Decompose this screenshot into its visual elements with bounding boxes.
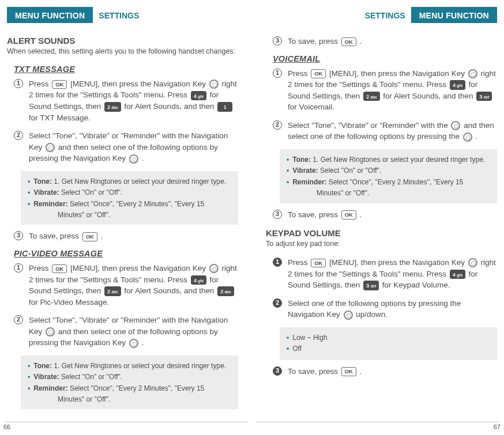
nav-key-icon	[463, 133, 472, 142]
txt: Low ~ High	[292, 333, 327, 343]
list-item: 3 To save, press OK .	[14, 230, 238, 242]
list-item-body: Press OK [MENU], then press the Navigati…	[29, 78, 238, 123]
list-item: 2 Select "Tone", "Vibrate" or "Reminder"…	[14, 315, 238, 349]
keypad-save: 3 To save, press OK .	[266, 366, 497, 377]
txt: for Alert Sounds, and then	[124, 286, 216, 295]
list-item: 1 Press OK [MENU], then press the Naviga…	[273, 257, 497, 291]
marker-1: 1	[273, 69, 282, 78]
page-number: 67	[494, 423, 501, 430]
txt: for Keypad Volume.	[382, 281, 450, 289]
list-item-body: To save, press OK .	[288, 36, 497, 47]
marker-solid-3: 3	[273, 366, 282, 376]
txt: Tone:	[33, 362, 52, 370]
footer-rule	[5, 422, 247, 422]
key-3-icon: 3def	[476, 92, 492, 101]
nav-key-icon	[129, 339, 138, 348]
key-4-icon: 4ghi	[450, 80, 465, 90]
key-3-icon: 3def	[363, 281, 379, 290]
key-1-icon: 1	[217, 102, 232, 112]
txt: Minutes" or "Off".	[58, 395, 232, 404]
ok-key-icon: OK	[311, 259, 326, 268]
txt: Select "Tone", "Vibrate" or "Reminder" w…	[288, 121, 450, 130]
txt: .	[360, 210, 362, 219]
txt-message-heading: TXT MESSAGE	[14, 65, 238, 74]
keypad-callout: •Low ~ High •Off	[280, 327, 497, 360]
txt: Select "On" or "Off".	[320, 167, 381, 175]
txt: up/down.	[356, 310, 388, 319]
ok-key-icon: OK	[82, 232, 97, 241]
list-item-body: To save, press OK .	[288, 366, 497, 377]
list-item: 2 Select "Tone", "Vibrate" or "Reminder"…	[273, 120, 497, 142]
txt: for Voicemail.	[288, 103, 334, 111]
page-left: MENU FUNCTION SETTINGS ALERT SOUNDS When…	[0, 0, 252, 435]
txt: 1. Get New Ringtones or select your desi…	[313, 156, 485, 164]
txt: Press	[288, 69, 310, 78]
list-item-body: Press OK [MENU], then press the Navigati…	[288, 68, 497, 113]
list-item: 3 To save, press OK .	[273, 209, 497, 221]
txt: Select "On" or "Off".	[61, 373, 122, 381]
list-item: 1 Press OK [MENU], then press the Naviga…	[273, 68, 497, 113]
txt: To save, press	[288, 367, 340, 376]
marker-3: 3	[14, 231, 23, 240]
list-item-body: Select "Tone", "Vibrate" or "Reminder" w…	[288, 120, 497, 142]
settings-label: SETTINGS	[93, 7, 145, 23]
txt: for Alert Sounds, and then	[383, 92, 475, 100]
menu-function-tab: MENU FUNCTION	[411, 7, 497, 23]
txt: [MENU], then press the Navigation Key	[70, 80, 208, 88]
txt: Select "Once", "Every 2 Minutes", "Every…	[70, 200, 204, 208]
list-item-body: To save, press OK .	[288, 209, 497, 221]
list-item: 3 To save, press OK .	[273, 366, 497, 377]
keypad-list: 1 Press OK [MENU], then press the Naviga…	[266, 257, 497, 320]
list-item-body: To save, press OK .	[29, 230, 238, 242]
txt: Minutes" or "Off".	[317, 188, 491, 198]
txt: [MENU], then press the Navigation Key	[70, 264, 208, 273]
txt: To save, press	[288, 210, 340, 219]
ok-key-icon: OK	[311, 69, 326, 78]
voicemail-save: 3 To save, press OK .	[266, 209, 497, 221]
txt: .	[360, 367, 362, 376]
settings-label: SETTINGS	[359, 7, 411, 23]
keypad-volume-desc: To adjust key pad tone:	[266, 239, 497, 249]
txt: for TXT Message.	[29, 114, 91, 122]
key-4-icon: 4ghi	[191, 91, 206, 101]
header-left: MENU FUNCTION SETTINGS	[7, 7, 238, 23]
txt: Reminder:	[33, 384, 67, 392]
nav-key-icon	[46, 327, 55, 336]
list-item: 2 Select "Tone", "Vibrate" or "Reminder"…	[14, 130, 238, 164]
txt: .	[101, 232, 103, 240]
list-item: 1 Press OK [MENU], then press the Naviga…	[14, 78, 238, 123]
key-4-icon: 4ghi	[450, 270, 465, 279]
list-item-body: Select "Tone", "Vibrate" or "Reminder" w…	[29, 315, 238, 349]
menu-function-tab: MENU FUNCTION	[7, 7, 93, 23]
nav-key-icon	[344, 311, 353, 320]
marker-3: 3	[273, 210, 282, 219]
txt: Vibrate:	[33, 373, 59, 381]
txt: 1. Get New Ringtones or select your desi…	[54, 177, 226, 186]
txt: Select "On" or "Off".	[61, 188, 122, 196]
voicemail-heading: VOICEMAIL	[273, 54, 497, 63]
txt: [MENU], then press the Navigation Key	[329, 69, 467, 78]
list-item-body: Select one of the following options by p…	[288, 298, 497, 320]
txt: Vibrate:	[292, 167, 318, 175]
txt: Press	[288, 258, 310, 267]
voicemail-callout: •Tone: 1. Get New Ringtones or select yo…	[280, 149, 497, 203]
txt: [MENU], then press the Navigation Key	[329, 258, 467, 267]
key-2-icon: 2abc	[363, 92, 379, 101]
pic-video-list: 1 Press OK [MENU], then press the Naviga…	[7, 263, 238, 349]
marker-2: 2	[14, 131, 23, 140]
txt: .	[142, 338, 144, 347]
nav-key-icon	[468, 258, 477, 267]
page-number: 66	[3, 423, 10, 430]
txt: Minutes" or "Off".	[58, 210, 232, 220]
txt: and then select one of the following opt…	[29, 327, 218, 347]
top-save: 3 To save, press OK .	[266, 36, 497, 47]
txt: To save, press	[288, 37, 340, 46]
txt: Reminder:	[292, 178, 326, 186]
txt: .	[475, 132, 477, 141]
txt: Select "Once", "Every 2 Minutes", "Every…	[70, 384, 204, 392]
marker-1: 1	[14, 79, 23, 88]
ok-key-icon: OK	[341, 210, 356, 220]
marker-2: 2	[273, 120, 282, 130]
nav-key-icon	[468, 69, 477, 78]
list-item: 3 To save, press OK .	[273, 36, 497, 47]
